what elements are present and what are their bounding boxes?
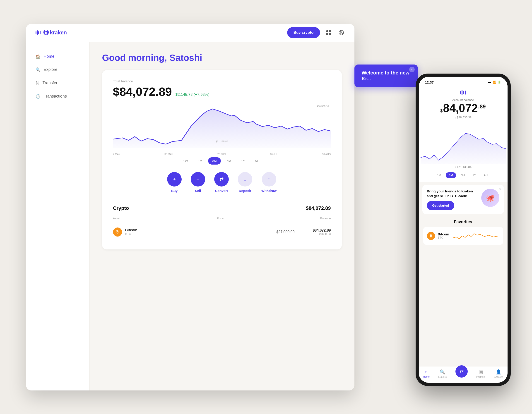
balance-card: Total balance $84,072.89 $2,145.78 (+7.9… [102, 70, 342, 249]
phone-filter-6m[interactable]: 6M [457, 172, 468, 178]
favorite-item-btc[interactable]: ₿ Bitcoin BTC [423, 227, 503, 245]
profile-icon[interactable] [337, 28, 345, 37]
sidebar: 🏠 Home 🔍 Explore ⇅ Transfer 🕐 Transactio… [26, 42, 89, 390]
sidebar-label-transactions: Transactions [44, 94, 67, 99]
svg-rect-3 [40, 31, 40, 34]
portfolio-header: Crypto $84,072.89 [113, 205, 331, 211]
sidebar-item-home[interactable]: 🏠 Home [31, 51, 84, 62]
portfolio-section: Crypto $84,072.89 Asset Price Balance ₿ [113, 200, 331, 240]
transfer-icon: ⇅ [36, 80, 39, 86]
browser-header: ⓜ kraken Buy crypto [26, 24, 354, 42]
asset-ticker: BTC [125, 232, 137, 236]
time-filter-6m[interactable]: 6M [223, 157, 235, 165]
sidebar-item-explore[interactable]: 🔍 Explore [31, 64, 84, 75]
phone-portfolio-icon: ▣ [479, 369, 483, 375]
phone-time: 12:37 [425, 80, 434, 84]
phone-balance-cents: .89 [478, 103, 485, 110]
sidebar-label-explore: Explore [44, 67, 57, 72]
time-filter-1m[interactable]: 1M [194, 157, 206, 165]
referral-title: Bring your friends to Kraken and get $10… [427, 189, 479, 198]
phone-balance-label: Account balance [452, 98, 474, 102]
phone-nav-portfolio-label: Portfolio [476, 376, 485, 378]
referral-close-button[interactable]: × [499, 187, 501, 192]
grid-icon[interactable] [324, 28, 333, 37]
withdraw-icon: ↑ [262, 172, 276, 186]
phone-nav-portfolio[interactable]: ▣ Portfolio [476, 369, 485, 378]
phone-nav-explore[interactable]: 🔍 Explore [438, 369, 446, 378]
balance-change: $2,145.78 (+7.98%) [176, 92, 209, 97]
desktop-browser: ⓜ kraken Buy crypto 🏠 Home 🔍 [26, 24, 354, 390]
phone-high-label: ↑ $88,535.38 [455, 116, 472, 119]
time-filter-3m[interactable]: 3M [208, 157, 221, 165]
btc-sparkline [452, 230, 499, 241]
home-icon: 🏠 [36, 54, 40, 59]
phone-kraken-logo [459, 90, 467, 96]
referral-content: Bring your friends to Kraken and get $10… [427, 189, 499, 210]
page-greeting: Good morning, Satoshi [102, 53, 342, 63]
action-buttons: + Buy − Sell ⇄ Convert ↓ [113, 170, 331, 193]
sidebar-item-transactions[interactable]: 🕐 Transactions [31, 91, 84, 102]
svg-rect-1 [37, 30, 38, 35]
main-content: Good morning, Satoshi Total balance $84,… [89, 42, 354, 390]
svg-rect-4 [326, 30, 328, 32]
convert-button[interactable]: ⇄ Convert [214, 172, 229, 193]
logo-label: ⓜ kraken [43, 29, 67, 36]
time-filter-1w[interactable]: 1W [179, 157, 192, 165]
svg-rect-2 [38, 31, 39, 34]
svg-rect-10 [460, 91, 461, 94]
col-asset: Asset [113, 217, 121, 220]
svg-rect-12 [463, 91, 464, 94]
chart-x-label-4: 16 JUL [270, 153, 278, 156]
sell-label: Sell [195, 189, 201, 193]
deposit-button[interactable]: ↓ Deposit [238, 172, 252, 193]
time-filter-1y[interactable]: 1Y [237, 157, 249, 165]
referral-card: × Bring your friends to Kraken and get $… [422, 185, 504, 214]
phone-battery-icon: 🔋 [498, 81, 501, 84]
phone-explore-icon: 🔍 [440, 369, 445, 375]
welcome-banner: × Welcome to the new Kr... [354, 64, 418, 87]
portfolio-title: Crypto [113, 205, 129, 211]
phone-convert-icon: ⇄ [459, 368, 464, 374]
btc-name-group: Bitcoin BTC [438, 232, 449, 239]
portfolio-total: $84,072.89 [306, 205, 331, 211]
asset-balance-btc: 2.86 BTC [295, 232, 331, 236]
referral-get-started-button[interactable]: Get started [427, 201, 455, 210]
buy-button[interactable]: + Buy [167, 172, 182, 193]
asset-balance-group: $84,072.89 2.86 BTC [295, 228, 331, 236]
sidebar-label-transfer: Transfer [43, 81, 57, 85]
svg-rect-11 [462, 90, 463, 95]
phone-favorites: Favorites ₿ Bitcoin BTC [419, 217, 508, 366]
phone-nav-convert[interactable]: ⇄ [456, 365, 468, 377]
welcome-close-button[interactable]: × [409, 67, 415, 72]
table-row[interactable]: ₿ Bitcoin BTC $27,000.00 $84,072.89 2.86… [113, 224, 331, 240]
phone-chart [419, 125, 508, 165]
sell-button[interactable]: − Sell [191, 172, 205, 193]
sell-icon: − [191, 172, 205, 186]
phone-low-label: ↓ $71,135.84 [419, 165, 508, 170]
welcome-text: Welcome to the new Kr... [362, 70, 409, 82]
balance-chart: $88,535.38 [113, 104, 331, 149]
referral-text-area: Bring your friends to Kraken and get $10… [427, 189, 481, 210]
phone-nav-home[interactable]: ⌂ Home [423, 369, 430, 378]
time-filter-group: 1W 1M 3M 6M 1Y ALL [113, 157, 331, 165]
phone-filter-1y[interactable]: 1Y [469, 172, 479, 178]
phone-status-bar: 12:37 ▪▪▪ 📶 🔋 [419, 77, 508, 86]
phone-filter-3m[interactable]: 3M [446, 172, 456, 178]
phone-filter-1m[interactable]: 1M [434, 172, 444, 178]
buy-crypto-button[interactable]: Buy crypto [287, 27, 320, 38]
phone-filter-all[interactable]: ALL [481, 172, 492, 178]
phone-frame: 12:37 ▪▪▪ 📶 🔋 [416, 74, 511, 386]
chart-x-label-2: 30 MAY [164, 153, 173, 156]
scene: ⓜ kraken Buy crypto 🏠 Home 🔍 [17, 15, 515, 399]
svg-rect-6 [326, 33, 328, 35]
kraken-logo-icon [35, 30, 41, 35]
phone-signal-icon: ▪▪▪ [488, 81, 491, 84]
balance-label: Total balance [113, 79, 331, 83]
withdraw-button[interactable]: ↑ Withdraw [261, 172, 276, 193]
time-filter-all[interactable]: ALL [251, 157, 265, 165]
phone-nav-account[interactable]: 👤 Account [494, 369, 503, 378]
phone-home-icon: ⌂ [425, 369, 428, 374]
col-balance: Balance [320, 217, 331, 220]
asset-name-group: Bitcoin BTC [125, 228, 137, 236]
sidebar-item-transfer[interactable]: ⇅ Transfer [31, 77, 84, 89]
